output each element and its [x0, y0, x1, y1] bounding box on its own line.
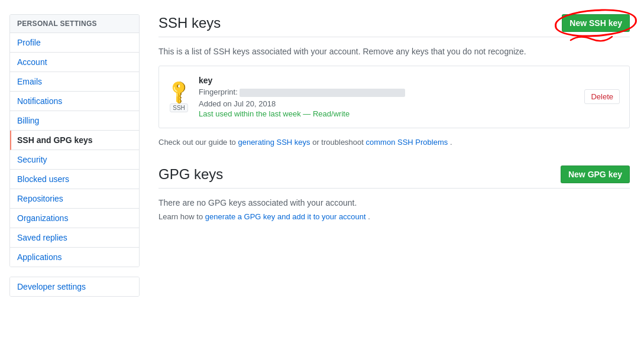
- fingerprint-label: Fingerprint:: [199, 87, 238, 96]
- guide-end: .: [450, 138, 452, 147]
- sidebar-item-notifications[interactable]: Notifications: [10, 92, 139, 111]
- key-icon: 🔑: [164, 77, 193, 105]
- access-level: Read/write: [313, 109, 349, 118]
- scribble-annotation: [568, 32, 615, 43]
- new-ssh-key-button[interactable]: New SSH key: [562, 14, 630, 32]
- ssh-section-header: SSH keys New SSH key: [158, 14, 630, 37]
- sidebar-item-saved-replies[interactable]: Saved replies: [10, 228, 139, 248]
- key-icon-wrap: 🔑 SSH: [169, 82, 189, 112]
- key-added-date: Added on Jul 20, 2018: [199, 99, 575, 108]
- gpg-learn-end: .: [368, 212, 370, 221]
- sidebar-item-blocked-users[interactable]: Blocked users: [10, 170, 139, 189]
- new-gpg-key-button[interactable]: New GPG key: [561, 165, 630, 183]
- ssh-keys-section: SSH keys New SSH key This is a list of S…: [158, 14, 630, 147]
- gpg-learn-text: Learn how to generate a GPG key and add …: [158, 212, 630, 221]
- sidebar: Personal settings Profile Account Emails…: [9, 14, 140, 330]
- sidebar-item-ssh-gpg-keys[interactable]: SSH and GPG keys: [10, 131, 139, 150]
- guide-prefix: Check out our guide to: [158, 138, 236, 147]
- gpg-empty-text: There are no GPG keys associated with yo…: [158, 198, 630, 207]
- gpg-keys-section: GPG keys New GPG key There are no GPG ke…: [158, 165, 630, 221]
- page-layout: Personal settings Profile Account Emails…: [0, 0, 644, 344]
- sidebar-item-billing[interactable]: Billing: [10, 111, 139, 131]
- ssh-section-title: SSH keys: [158, 15, 221, 31]
- fingerprint-value: [240, 89, 405, 97]
- sidebar-item-account[interactable]: Account: [10, 53, 139, 72]
- sidebar-item-organizations[interactable]: Organizations: [10, 209, 139, 228]
- sidebar-item-emails[interactable]: Emails: [10, 72, 139, 92]
- personal-settings-section: Personal settings Profile Account Emails…: [9, 14, 140, 267]
- ssh-description: This is a list of SSH keys associated wi…: [158, 47, 630, 56]
- common-ssh-problems-link[interactable]: common SSH Problems: [366, 138, 448, 147]
- gpg-learn-prefix: Learn how to: [158, 212, 203, 221]
- new-ssh-button-wrap: New SSH key: [562, 14, 630, 32]
- key-info: key Fingerprint: Added on Jul 20, 2018 L…: [199, 76, 575, 118]
- sidebar-item-profile[interactable]: Profile: [10, 33, 139, 53]
- key-last-used: Last used within the last week — Read/wr…: [199, 109, 575, 118]
- access-separator: —: [303, 109, 313, 118]
- ssh-key-card: 🔑 SSH key Fingerprint: Added on Jul 20, …: [158, 66, 630, 128]
- guide-text: Check out our guide to generating SSH ke…: [158, 138, 630, 147]
- sidebar-personal-settings-header: Personal settings: [10, 15, 139, 33]
- gpg-section-title: GPG keys: [158, 166, 223, 183]
- key-name: key: [199, 76, 575, 85]
- sidebar-item-developer-settings[interactable]: Developer settings: [10, 277, 139, 296]
- generating-ssh-keys-link[interactable]: generating SSH keys: [238, 138, 310, 147]
- sidebar-item-repositories[interactable]: Repositories: [10, 189, 139, 209]
- gpg-learn-link[interactable]: generate a GPG key and add it to your ac…: [205, 212, 366, 221]
- gpg-section-header: GPG keys New GPG key: [158, 165, 630, 189]
- last-used-text: Last used within the last week: [199, 109, 301, 118]
- sidebar-item-applications[interactable]: Applications: [10, 248, 139, 267]
- annotation-highlight: New SSH key: [562, 14, 630, 32]
- delete-key-button[interactable]: Delete: [584, 89, 620, 104]
- key-fingerprint: Fingerprint:: [199, 87, 575, 97]
- main-content: SSH keys New SSH key This is a list of S…: [154, 14, 635, 330]
- guide-middle: or troubleshoot: [312, 138, 364, 147]
- developer-settings-section: Developer settings: [9, 277, 140, 297]
- sidebar-item-security[interactable]: Security: [10, 150, 139, 170]
